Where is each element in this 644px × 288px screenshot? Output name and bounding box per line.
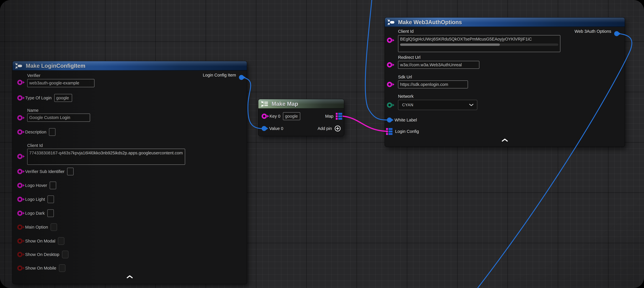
pin-show-on-desktop[interactable] — [17, 252, 22, 257]
input-type-of-login[interactable]: google — [54, 94, 72, 102]
input-scrollbar-track[interactable] — [400, 44, 558, 46]
pin-verifier[interactable] — [17, 80, 22, 85]
wire-offscreen-to-whitelabel[interactable] — [365, 0, 387, 120]
pin-show-on-modal[interactable] — [17, 238, 22, 244]
label-description: Description — [25, 130, 46, 134]
make-struct-icon — [387, 19, 395, 25]
label-sdk-url: Sdk Url — [398, 75, 412, 80]
input-sdk-url[interactable]: https://sdk.openlogin.com — [398, 81, 468, 88]
output-login-config-item: Login Config Item — [203, 73, 236, 78]
pin-sdk-url[interactable] — [387, 82, 392, 87]
pin-main-option[interactable] — [17, 224, 22, 230]
input-verifier-sub-identifier[interactable] — [67, 168, 74, 175]
node-make-web3authoptions[interactable]: Make Web3AuthOptions Web 3Auth Options C… — [384, 17, 625, 147]
label-show-on-desktop: Show On Desktop — [25, 252, 59, 257]
collapse-chevron-icon[interactable] — [502, 138, 508, 142]
add-pin-button[interactable]: Add pin — [318, 125, 341, 132]
node-header-make-loginconfigitem[interactable]: Make LoginConfigItem — [12, 61, 247, 71]
label-white-label: White Label — [394, 118, 417, 123]
blueprint-graph-canvas[interactable]: Make LoginConfigItem Login Config Item V… — [0, 0, 644, 288]
pin-client-id[interactable] — [17, 154, 22, 159]
input-logo-light[interactable] — [48, 195, 54, 203]
pin-logo-light[interactable] — [17, 197, 22, 202]
input-client-id[interactable]: BEglQSgt4cUWcj6SKRdu5QkOXTsePmMcusG5EAoy… — [398, 35, 560, 52]
label-login-config: Login Config — [395, 129, 419, 134]
pin-redirect-url[interactable] — [387, 62, 392, 68]
input-description[interactable] — [49, 128, 56, 136]
node-title: Make LoginConfigItem — [26, 63, 85, 69]
output-web3auth-options: Web 3Auth Options — [574, 29, 611, 34]
pin-logo-dark[interactable] — [17, 211, 22, 216]
label-client-id: Client Id — [398, 29, 414, 34]
pin-key-0[interactable] — [262, 114, 267, 119]
label-client-id: Client Id — [27, 143, 43, 148]
collapse-chevron-icon[interactable] — [126, 275, 133, 278]
wire-map-to-loginconfig[interactable] — [343, 116, 386, 131]
input-client-id[interactable]: 774338308167-q463s7kpvja16l4l0kko3nb925i… — [27, 149, 185, 165]
node-make-loginconfigitem[interactable]: Make LoginConfigItem Login Config Item V… — [12, 61, 247, 284]
label-key-0: Key 0 — [270, 114, 280, 119]
input-redirect-url[interactable]: w3a://com.w3a.Web3AuthUnreal — [398, 61, 479, 69]
input-logo-hover[interactable] — [50, 182, 56, 189]
pin-show-on-mobile[interactable] — [17, 265, 22, 271]
node-header-make-map[interactable]: Make Map — [258, 99, 344, 109]
label-logo-hover: Logo Hover — [25, 183, 47, 188]
pin-logo-hover[interactable] — [17, 183, 22, 188]
label-verifier: Verifier — [27, 73, 40, 78]
label-main-option: Main Option — [25, 225, 48, 230]
pin-login-config[interactable] — [386, 128, 392, 135]
label-name: Name — [27, 108, 38, 113]
input-name[interactable]: Google Custom Login — [27, 114, 90, 122]
label-value-0: Value 0 — [269, 126, 283, 131]
label-type-of-login: Type Of Login — [25, 96, 52, 100]
input-scrollbar-thumb — [400, 44, 500, 46]
label-show-on-mobile: Show On Mobile — [25, 266, 56, 270]
input-key-0[interactable]: google — [283, 112, 300, 120]
input-logo-dark[interactable] — [48, 209, 54, 217]
checkbox-show-on-mobile[interactable] — [59, 264, 65, 272]
checkbox-show-on-desktop[interactable] — [62, 251, 68, 258]
pin-client-id[interactable] — [387, 38, 392, 43]
make-struct-icon — [15, 63, 23, 69]
input-verifier[interactable]: web3auth-google-example — [27, 79, 94, 87]
pin-verifier-sub-identifier[interactable] — [17, 169, 22, 174]
dropdown-chevron-icon — [469, 104, 474, 106]
pin-description[interactable] — [17, 129, 22, 135]
pin-name[interactable] — [17, 115, 22, 120]
pin-network[interactable] — [387, 102, 392, 108]
checkbox-show-on-modal[interactable] — [58, 237, 64, 245]
label-map-output: Map — [325, 114, 334, 119]
label-show-on-modal: Show On Modal — [25, 239, 55, 243]
label-network: Network — [398, 94, 414, 99]
node-title: Make Map — [272, 101, 298, 107]
label-logo-dark: Logo Dark — [25, 211, 45, 216]
checkbox-main-option[interactable] — [50, 223, 57, 231]
pin-map-output[interactable] — [336, 113, 342, 120]
node-title: Make Web3AuthOptions — [398, 19, 462, 26]
make-map-container-icon — [261, 101, 269, 107]
pin-type-of-login[interactable] — [17, 95, 22, 101]
network-dropdown-value: CYAN — [402, 103, 414, 107]
node-make-map[interactable]: Make Map Key 0 google Map Value 0 Add pi… — [258, 99, 344, 136]
network-dropdown[interactable]: CYAN — [398, 100, 477, 110]
node-header-make-web3authoptions[interactable]: Make Web3AuthOptions — [385, 18, 625, 27]
label-logo-light: Logo Light — [25, 197, 45, 202]
add-pin-plus-icon — [334, 125, 341, 132]
label-redirect-url: Redirect Url — [398, 55, 420, 60]
pin-white-label[interactable] — [387, 118, 392, 123]
label-verifier-sub-identifier: Verifier Sub Identifier — [25, 169, 64, 174]
